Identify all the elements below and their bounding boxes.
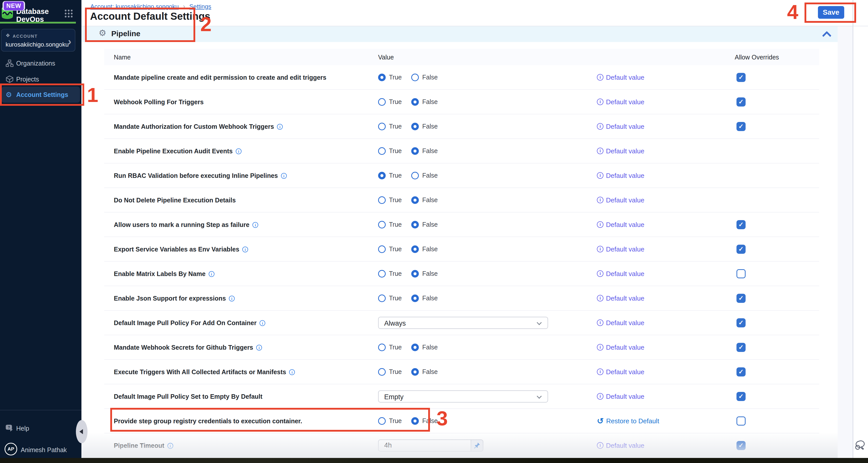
timeout-input[interactable] bbox=[378, 439, 471, 452]
radio-option-false[interactable]: False bbox=[411, 417, 438, 425]
radio-option-false[interactable]: False bbox=[411, 196, 438, 204]
save-button[interactable]: Save bbox=[818, 6, 844, 19]
radio-label[interactable]: False bbox=[422, 98, 438, 105]
radio-option-true[interactable]: True bbox=[378, 147, 402, 155]
info-icon[interactable]: i bbox=[259, 320, 265, 326]
radio-selected-icon[interactable] bbox=[411, 344, 419, 351]
radio-option-true[interactable]: True bbox=[378, 270, 402, 278]
breadcrumb-account-link[interactable]: Account: kurosakiichigo.songoku bbox=[90, 3, 179, 10]
default-value-label[interactable]: Default value bbox=[606, 122, 644, 130]
radio-option-false[interactable]: False bbox=[411, 98, 438, 106]
default-value-link[interactable]: iDefault value bbox=[597, 196, 644, 204]
allow-override-checkbox-checked[interactable]: ✓ bbox=[737, 367, 746, 376]
radio-option-false[interactable]: False bbox=[411, 73, 438, 81]
sidebar-collapse-handle[interactable] bbox=[76, 420, 88, 443]
radio-label[interactable]: False bbox=[422, 344, 438, 351]
default-value-link[interactable]: iDefault value bbox=[597, 393, 644, 400]
allow-override-checkbox-unchecked[interactable] bbox=[737, 269, 746, 278]
radio-label[interactable]: True bbox=[389, 221, 402, 228]
radio-option-true[interactable]: True bbox=[378, 123, 402, 130]
default-value-label[interactable]: Default value bbox=[606, 172, 644, 179]
default-value-link[interactable]: iDefault value bbox=[597, 441, 644, 449]
radio-unselected-icon[interactable] bbox=[378, 123, 386, 130]
default-value-label[interactable]: Default value bbox=[606, 319, 644, 327]
allow-override-checkbox-checked[interactable]: ✓ bbox=[737, 220, 746, 229]
radio-option-false[interactable]: False bbox=[411, 221, 438, 228]
default-value-link[interactable]: iDefault value bbox=[597, 172, 644, 179]
account-scope-selector[interactable]: ❖ ACCOUNT kurosakiichigo.songoku › bbox=[1, 29, 75, 52]
radio-selected-icon[interactable] bbox=[411, 245, 419, 253]
allow-override-checkbox-checked[interactable]: ✓ bbox=[737, 343, 746, 352]
radio-label[interactable]: True bbox=[389, 123, 402, 130]
radio-option-true[interactable]: True bbox=[378, 368, 402, 376]
info-icon[interactable]: i bbox=[209, 271, 214, 277]
default-value-label[interactable]: Default value bbox=[606, 98, 644, 106]
default-value-label[interactable]: Default value bbox=[606, 73, 644, 81]
radio-label[interactable]: False bbox=[422, 270, 438, 277]
radio-selected-icon[interactable] bbox=[411, 196, 419, 204]
radio-unselected-icon[interactable] bbox=[378, 147, 386, 155]
radio-label[interactable]: False bbox=[422, 221, 438, 228]
radio-unselected-icon[interactable] bbox=[378, 98, 386, 106]
radio-option-false[interactable]: False bbox=[411, 270, 438, 278]
allow-override-checkbox-checked[interactable]: ✓ bbox=[737, 318, 746, 328]
default-value-link[interactable]: iDefault value bbox=[597, 270, 644, 278]
radio-label[interactable]: True bbox=[389, 417, 402, 425]
default-value-link[interactable]: iDefault value bbox=[597, 245, 644, 253]
pipeline-section-header[interactable]: ⚙ Pipeline bbox=[82, 26, 838, 42]
info-icon[interactable]: i bbox=[289, 369, 295, 375]
allow-override-checkbox-checked[interactable]: ✓ bbox=[737, 392, 746, 401]
default-value-link[interactable]: iDefault value bbox=[597, 147, 644, 155]
allow-override-checkbox-checked[interactable]: ✓ bbox=[737, 294, 746, 303]
radio-label[interactable]: False bbox=[422, 368, 438, 375]
radio-selected-icon[interactable] bbox=[411, 295, 419, 302]
radio-label[interactable]: False bbox=[422, 196, 438, 204]
allow-override-checkbox-checked[interactable]: ✓ bbox=[737, 122, 746, 131]
restore-label[interactable]: Restore to Default bbox=[606, 417, 659, 425]
radio-option-true[interactable]: True bbox=[378, 98, 402, 106]
default-value-label[interactable]: Default value bbox=[606, 294, 644, 302]
radio-unselected-icon[interactable] bbox=[411, 73, 419, 81]
default-value-label[interactable]: Default value bbox=[606, 221, 644, 228]
radio-unselected-icon[interactable] bbox=[378, 221, 386, 228]
radio-selected-icon[interactable] bbox=[411, 270, 419, 278]
radio-option-true[interactable]: True bbox=[378, 344, 402, 351]
radio-option-false[interactable]: False bbox=[411, 172, 438, 179]
radio-label[interactable]: True bbox=[389, 368, 402, 375]
default-value-label[interactable]: Default value bbox=[606, 441, 644, 449]
radio-label[interactable]: True bbox=[389, 196, 402, 204]
value-select[interactable]: Always bbox=[378, 317, 548, 329]
default-value-label[interactable]: Default value bbox=[606, 393, 644, 400]
allow-override-checkbox-unchecked[interactable] bbox=[737, 416, 746, 426]
chevron-down-icon[interactable] bbox=[537, 320, 542, 325]
radio-label[interactable]: False bbox=[422, 123, 438, 130]
radio-option-true[interactable]: True bbox=[378, 73, 402, 81]
info-icon[interactable]: i bbox=[281, 173, 287, 179]
default-value-link[interactable]: iDefault value bbox=[597, 319, 644, 327]
radio-label[interactable]: False bbox=[422, 417, 438, 425]
radio-label[interactable]: True bbox=[389, 270, 402, 277]
radio-option-false[interactable]: False bbox=[411, 147, 438, 155]
radio-label[interactable]: True bbox=[389, 344, 402, 351]
radio-option-true[interactable]: True bbox=[378, 221, 402, 228]
user-avatar[interactable]: AP bbox=[5, 443, 17, 455]
radio-option-false[interactable]: False bbox=[411, 344, 438, 351]
radio-option-false[interactable]: False bbox=[411, 123, 438, 130]
default-value-link[interactable]: iDefault value bbox=[597, 343, 644, 351]
radio-label[interactable]: False bbox=[422, 245, 438, 253]
default-value-label[interactable]: Default value bbox=[606, 196, 644, 204]
radio-label[interactable]: False bbox=[422, 73, 438, 81]
info-icon[interactable]: i bbox=[256, 345, 262, 350]
radio-unselected-icon[interactable] bbox=[378, 344, 386, 351]
radio-selected-icon[interactable] bbox=[411, 147, 419, 155]
radio-label[interactable]: False bbox=[422, 172, 438, 179]
allow-override-checkbox-checked[interactable]: ✓ bbox=[737, 97, 746, 106]
allow-override-checkbox-checked[interactable]: ✓ bbox=[737, 441, 746, 450]
breadcrumb-settings-link[interactable]: Settings bbox=[189, 3, 211, 10]
sidebar-item-account-settings[interactable]: ⚙ Account Settings bbox=[2, 87, 80, 103]
sidebar-item-help[interactable]: ? Help bbox=[0, 421, 82, 436]
radio-selected-icon[interactable] bbox=[411, 123, 419, 130]
default-value-link[interactable]: iDefault value bbox=[597, 294, 644, 302]
radio-unselected-icon[interactable] bbox=[378, 270, 386, 278]
radio-selected-icon[interactable] bbox=[378, 73, 386, 81]
